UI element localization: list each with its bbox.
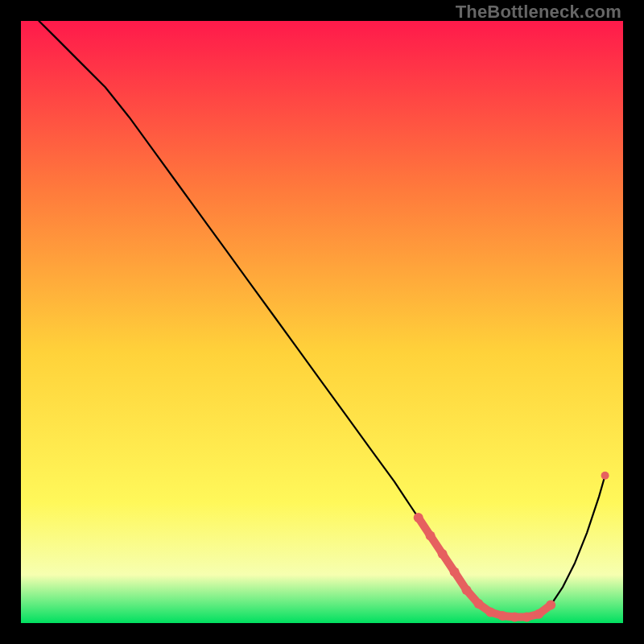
floor-marker-dot xyxy=(522,613,531,622)
floor-marker-dot xyxy=(497,611,507,621)
watermark-label: TheBottleneck.com xyxy=(456,2,621,23)
floor-marker-dot xyxy=(450,567,460,576)
plot-area xyxy=(21,21,623,623)
chart-svg xyxy=(21,21,623,623)
floor-marker-dot xyxy=(510,613,519,622)
floor-marker-dot xyxy=(546,601,555,610)
floor-marker-dot xyxy=(426,531,436,541)
floor-marker-dot xyxy=(414,513,423,522)
floor-marker-dot xyxy=(534,609,543,619)
floor-marker-dot xyxy=(438,549,448,559)
floor-marker-dot xyxy=(485,608,495,617)
gradient-background xyxy=(21,21,623,623)
floor-marker-dot xyxy=(474,599,484,609)
end-marker-dot xyxy=(601,472,609,480)
outer-frame: TheBottleneck.com xyxy=(0,0,644,644)
floor-marker-dot xyxy=(462,585,472,595)
